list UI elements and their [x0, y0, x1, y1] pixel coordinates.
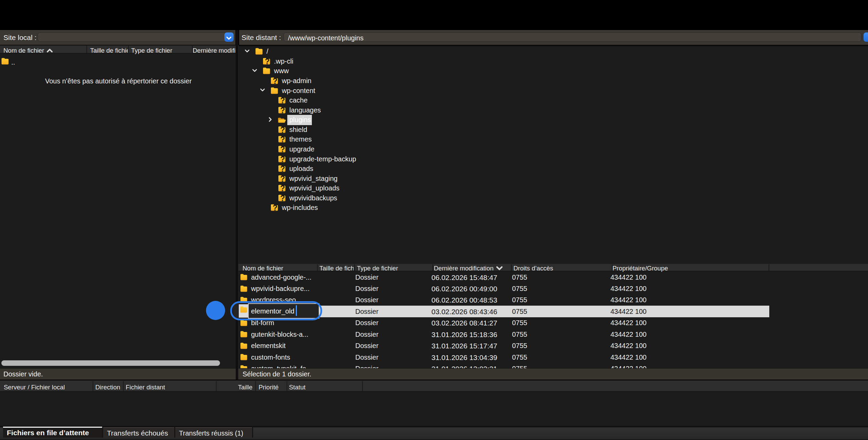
- svg-text:?: ?: [280, 174, 285, 183]
- svg-text:?: ?: [265, 57, 270, 66]
- svg-text:?: ?: [280, 135, 285, 144]
- svg-text:?: ?: [280, 164, 285, 173]
- svg-text:?: ?: [280, 184, 285, 193]
- svg-text:?: ?: [273, 77, 277, 85]
- svg-text:?: ?: [273, 203, 277, 212]
- svg-text:?: ?: [280, 106, 285, 115]
- svg-text:?: ?: [280, 145, 285, 154]
- svg-text:?: ?: [280, 155, 285, 164]
- svg-text:?: ?: [280, 96, 285, 105]
- svg-text:?: ?: [280, 125, 285, 134]
- svg-text:?: ?: [280, 194, 285, 203]
